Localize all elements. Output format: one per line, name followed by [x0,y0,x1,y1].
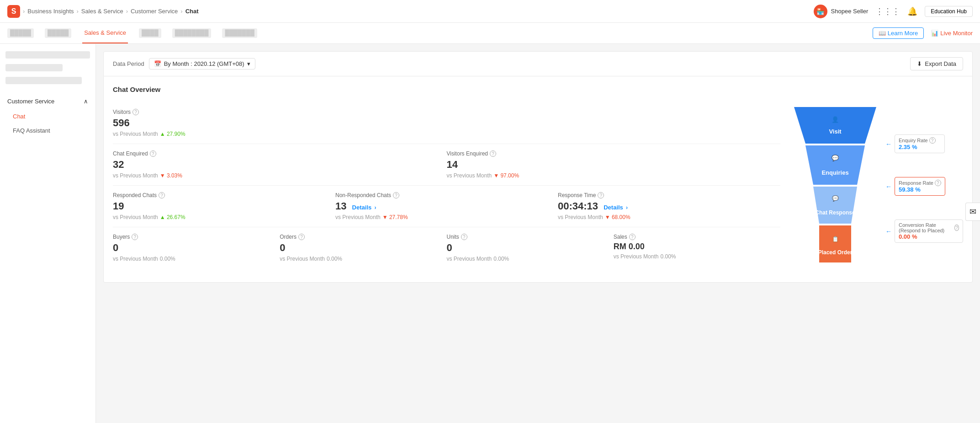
shopee-logo[interactable]: S [7,5,20,18]
stat-chat-enquired: Chat Enquired ? 32 vs Previous Month ▼ 3… [113,150,447,179]
svg-text:💬: 💬 [832,195,839,202]
sidebar-item-chat[interactable]: Chat [0,109,95,123]
seller-info: 🏪 Shopee Seller [814,5,869,18]
sidebar: Customer Service ∧ Chat FAQ Assistant [0,44,96,423]
stat-row-visitors: Visitors ? 596 vs Previous Month ▲ 27.90… [113,102,780,144]
nav-tabs: █████ █████ Sales & Service ████ ███████… [7,23,257,43]
period-label: Data Period [113,60,144,67]
seller-avatar: 🏪 [814,5,827,18]
download-icon: ⬇ [917,60,922,67]
response-rate-annotation: ← Response Rate ? 59.38 % [885,177,963,196]
tab-blurred-3[interactable]: ████ [139,28,161,38]
education-hub-button[interactable]: Education Hub [925,6,973,17]
response-rate-info-icon[interactable]: ? [935,180,941,186]
tab-blurred-1[interactable]: █████ [7,28,34,38]
response-time-change: ▼ 68.00% [605,214,630,220]
buyers-value: 0 [113,242,270,254]
sidebar-section-customer-service[interactable]: Customer Service ∧ [0,93,95,109]
sidebar-blurred-2 [5,64,63,71]
orders-info-icon[interactable]: ? [298,234,305,240]
visitors-change: ▲ 27.90% [160,131,185,137]
buyers-info-icon[interactable]: ? [132,234,138,240]
export-data-button[interactable]: ⬇ Export Data [910,57,963,70]
conversion-rate-annotation: ← Conversion Rate (Respond to Placed) ? … [885,220,963,243]
stat-row-response: Responded Chats ? 19 vs Previous Month ▲… [113,186,780,227]
conversion-rate-info-icon[interactable]: ? [954,225,959,231]
learn-more-button[interactable]: 📖 Learn More [873,27,924,39]
visitors-info-icon[interactable]: ? [132,109,139,115]
visitors-enquired-value: 14 [447,159,772,171]
orders-value: 0 [280,242,437,254]
stats-and-funnel: Visitors ? 596 vs Previous Month ▲ 27.90… [113,102,963,273]
content-area: Data Period 📅 By Month : 2020.12 (GMT+08… [96,44,980,423]
stat-visitors-enquired: Visitors Enquired ? 14 vs Previous Month… [447,150,781,179]
svg-text:Chat Response: Chat Response [815,209,855,216]
visitors-enquired-info-icon[interactable]: ? [490,150,496,157]
response-rate-arrow: ← [885,183,892,190]
response-rate-box: Response Rate ? 59.38 % [895,177,945,196]
stat-row-sales: Buyers ? 0 vs Previous Month 0.00% [113,227,780,268]
svg-marker-8 [813,187,857,224]
funnel-chart: 👤 Visit 💬 Enquiries [789,107,881,273]
sales-info-icon[interactable]: ? [629,234,636,240]
sidebar-blurred-1 [5,51,90,59]
svg-text:Enquiries: Enquiries [821,169,848,176]
stat-row-enquiry: Chat Enquired ? 32 vs Previous Month ▼ 3… [113,144,780,186]
second-nav: █████ █████ Sales & Service ████ ███████… [0,23,980,44]
tab-blurred-4[interactable]: ████████ [172,28,212,38]
float-chat-button[interactable]: ✉ [965,203,980,221]
top-nav: S › Business Insights › Sales & Service … [0,0,980,23]
svg-text:👤: 👤 [832,116,839,123]
top-nav-right: 🏪 Shopee Seller ⋮⋮⋮ 🔔 Education Hub [814,5,973,18]
svg-text:📋: 📋 [832,236,839,242]
chevron-down-icon: ▾ [247,60,250,67]
svg-text:Placed Order: Placed Order [818,249,853,256]
sales-value: RM 0.00 [614,242,771,252]
response-rate-value: 59.38 % [899,186,941,193]
period-selector[interactable]: 📅 By Month : 2020.12 (GMT+08) ▾ [149,58,255,70]
chat-overview-card: Chat Overview Visitors ? 596 [103,76,973,283]
sidebar-item-faq[interactable]: FAQ Assistant [0,123,95,138]
non-responded-details-link[interactable]: Details [352,204,372,211]
rate-annotations: ← Enquiry Rate ? 2.35 % [885,107,963,261]
stats-section: Visitors ? 596 vs Previous Month ▲ 27.90… [113,102,780,273]
card-title: Chat Overview [113,86,963,93]
visitors-value: 596 [113,117,771,129]
calendar-icon: 📅 [154,60,161,67]
chat-enquired-change: ▼ 3.03% [160,172,182,179]
response-time-details-link[interactable]: Details [604,204,623,211]
main-layout: Customer Service ∧ Chat FAQ Assistant Da… [0,44,980,423]
monitor-icon: 📊 [931,30,938,37]
chat-enquired-info-icon[interactable]: ? [150,150,156,157]
response-time-info-icon[interactable]: ? [598,192,604,198]
grid-icon[interactable]: ⋮⋮⋮ [875,6,900,16]
nav-right-links: 📖 Learn More 📊 Live Monitor [873,27,973,39]
bell-icon[interactable]: 🔔 [907,6,917,16]
chat-enquired-value: 32 [113,159,438,171]
responded-value: 19 [113,200,326,212]
tab-blurred-2[interactable]: █████ [45,28,71,38]
tab-sales-service[interactable]: Sales & Service [82,23,128,43]
response-time-details-arrow[interactable]: › [626,204,628,211]
period-left: Data Period 📅 By Month : 2020.12 (GMT+08… [113,58,255,70]
sidebar-blurred-3 [5,77,82,84]
data-period-bar: Data Period 📅 By Month : 2020.12 (GMT+08… [103,51,973,76]
non-responded-details-arrow[interactable]: › [374,204,376,211]
conversion-rate-arrow: ← [885,228,892,235]
live-monitor-button[interactable]: 📊 Live Monitor [931,30,973,37]
svg-text:💬: 💬 [832,154,839,162]
stat-non-responded: Non-Responded Chats ? 13 Details › vs Pr… [335,192,558,220]
responded-info-icon[interactable]: ? [159,192,165,198]
enquiry-rate-info-icon[interactable]: ? [929,137,936,144]
chevron-up-icon: ∧ [84,98,88,105]
stat-orders: Orders ? 0 vs Previous Month 0.00% [280,234,446,262]
enquiry-rate-arrow: ← [885,140,892,148]
non-responded-info-icon[interactable]: ? [393,192,399,198]
non-responded-change: ▼ 27.78% [382,214,408,220]
book-icon: 📖 [879,30,886,37]
stat-responded-chats: Responded Chats ? 19 vs Previous Month ▲… [113,192,335,220]
tab-blurred-5[interactable]: ███████ [222,28,257,38]
breadcrumb: S › Business Insights › Sales & Service … [7,5,199,18]
units-info-icon[interactable]: ? [461,234,467,240]
svg-marker-4 [805,145,865,185]
